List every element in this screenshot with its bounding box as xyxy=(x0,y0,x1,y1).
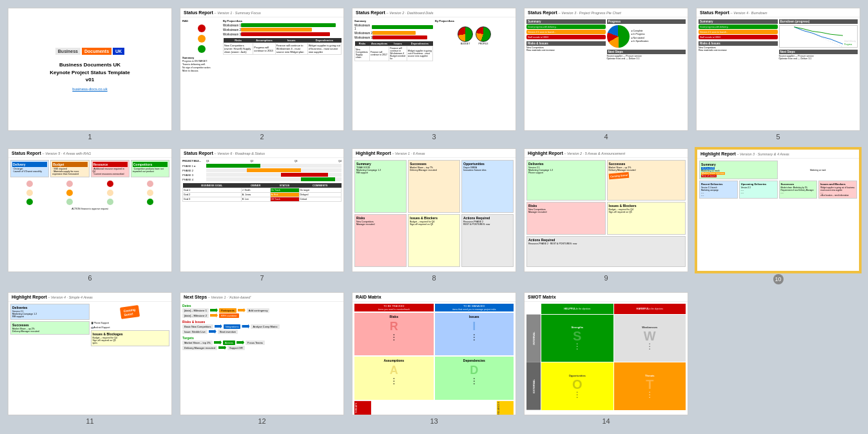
slide-wrapper-4: Status Report – Version 3 · Project Prog… xyxy=(524,8,688,141)
dial-1 xyxy=(458,26,473,42)
slide-number-8: 8 xyxy=(432,274,436,282)
traffic-2 xyxy=(50,180,89,206)
slide-wrapper-5: Status Report – Version 4 · Burndown Sum… xyxy=(696,8,860,141)
slide-6-header: Status Report – Version 5 · 4 Areas with… xyxy=(8,149,171,158)
s9-risks: Risks New CompetitorsManager recruited xyxy=(526,202,606,235)
s4-nextsteps-title: Next Steps xyxy=(607,50,686,54)
slide-8[interactable]: Highlight Report – Version 1 · 6 Areas S… xyxy=(352,148,516,271)
s12-dates: Dates [date] – Milestone 1 Participants … xyxy=(182,304,342,318)
slide-13[interactable]: RAID Matrix TO BE TRACKEDitems you need … xyxy=(352,292,516,415)
slide-5-header: Status Report – Version 4 · Burndown xyxy=(697,8,860,17)
by-project-area-label: By Project Area xyxy=(223,19,342,23)
dial-2 xyxy=(476,26,491,42)
bar-3: Workstream 3 xyxy=(223,32,342,36)
s4-summary-title: Summary xyxy=(526,19,606,24)
slide-wrapper-14: SWOT Matrix HELPFULfor the objectives HA… xyxy=(524,292,688,425)
competitors-col: Competitors· Competitor products have no… xyxy=(131,160,169,177)
slide-11[interactable]: Highlight Report – Version 4 · Simple 4 … xyxy=(8,292,172,415)
s8-opportunities: Opportunities Gap in EMEAInnovative feat… xyxy=(461,160,514,213)
slide-wrapper-13: RAID Matrix TO BE TRACKEDitems you need … xyxy=(352,292,516,425)
slide-6[interactable]: Status Report – Version 5 · 4 Areas with… xyxy=(8,148,172,271)
slide-4[interactable]: Status Report – Version 3 · Project Prog… xyxy=(524,8,688,131)
slide-number-4: 4 xyxy=(604,133,608,141)
swot-opportunities: Opportunities O ●●● xyxy=(541,362,613,410)
swot-strengths: Strengths S ●●● xyxy=(541,315,613,362)
s7-gantt: PROJECT MILE... Q1Q2Q3Q4 PHASE 1 ● PHASE… xyxy=(180,158,343,268)
s8-successes: Successes Market Share – top 7%Delivery … xyxy=(408,160,460,213)
slide-number-14: 14 xyxy=(602,417,610,425)
s9-actions: Actions Required Resource-PHASE 2 · REST… xyxy=(526,236,686,266)
s9-deliveries: Deliveries Version 2.1Marketing Campaign… xyxy=(526,160,606,200)
rag-red xyxy=(198,25,206,32)
s10-note: Marketing on track xyxy=(779,161,858,179)
s2-table: RisksAssumptionsIssuesDependencies New C… xyxy=(223,38,342,55)
delivery-col: Delivery· On target· Launch of V3 went s… xyxy=(10,160,49,177)
slide-11-header: Highlight Report – Version 4 · Simple 4 … xyxy=(8,293,171,302)
slide-3-header: Status Report – Version 2 · Dashboard Di… xyxy=(352,8,516,17)
s11-android: 🤖 Android Support xyxy=(91,326,110,329)
s9-successes: Successes Market Share – up 2%Delivery M… xyxy=(607,160,686,200)
swot-weaknesses: Weaknesses W ●●● xyxy=(614,315,686,362)
slide-3[interactable]: Status Report – Version 2 · Dashboard Di… xyxy=(352,8,516,131)
s11-successes: Successes Market Share – up 2%Delivery M… xyxy=(10,321,90,335)
resource-col: Resource· Additional resource required i… xyxy=(91,160,130,177)
logo-docs: Documents xyxy=(82,48,111,55)
slide-14[interactable]: SWOT Matrix HELPFULfor the objectives HA… xyxy=(524,292,688,415)
s10-areas: Recent Deliveries Version 3.1 launchMark… xyxy=(699,181,857,199)
slide-1[interactable]: Business Documents UK Business Documents… xyxy=(8,8,172,131)
traffic-4 xyxy=(131,180,169,206)
slide-2[interactable]: Status Report – Version 1 · Summary Focu… xyxy=(180,8,344,131)
traffic-3 xyxy=(91,180,130,206)
bar-1: Workstream 1 xyxy=(223,23,342,27)
slide-wrapper-6: Status Report – Version 5 · 4 Areas with… xyxy=(8,148,172,284)
logo-business: Business xyxy=(55,48,81,55)
slide-9[interactable]: Highlight Report – Version 2 · 5 Areas &… xyxy=(524,148,688,271)
slide-7[interactable]: Status Report – Version 6 · Roadmap & St… xyxy=(180,148,344,271)
slide-7-header: Status Report – Version 6 · Roadmap & St… xyxy=(180,149,343,158)
s12-risks: Risks & Issues Basic New Competitors Int… xyxy=(182,320,342,334)
s8-summary: Summary TEAM GOODMarketing Campaign 1.2R… xyxy=(354,160,407,213)
s5-burndown-title: Burndown (progress) xyxy=(779,19,858,24)
s3-rag-table: RisksAssumptionsIssuesDependencies New C… xyxy=(354,41,433,61)
slide-12[interactable]: Next Steps – Version 1 · 'Action-based' … xyxy=(180,292,344,415)
slide-number-6: 6 xyxy=(88,274,92,282)
rag-label: RAG xyxy=(182,19,221,23)
swot-threats: Threats T ●●● xyxy=(614,362,686,410)
slide-number-9: 9 xyxy=(604,274,608,282)
pie-chart xyxy=(607,25,630,48)
slide-8-header: Highlight Report – Version 1 · 6 Areas xyxy=(352,149,516,158)
swot-external-label: EXTERNAL xyxy=(526,362,541,410)
burndown-chart: Ideal Velocity Progress xyxy=(779,25,858,48)
s11-phone: 📱 Phone Support xyxy=(91,322,109,324)
slide-wrapper-11: Highlight Report – Version 4 · Simple 4 … xyxy=(8,292,172,425)
s11-badge: ComingSoon! xyxy=(120,305,140,319)
svg-line-0 xyxy=(794,26,842,47)
raid-r-letter: R xyxy=(390,320,398,333)
s8-risks: Risks New CompetitorsManager recruited xyxy=(354,214,407,267)
s11-deliveries: Deliveries Version 2.1Marketing Campaign… xyxy=(10,304,90,320)
swot-corner xyxy=(526,304,541,314)
cover-title: Business Documents UK Keynote Project St… xyxy=(50,61,130,83)
slide-5[interactable]: Status Report – Version 4 · Burndown Sum… xyxy=(696,8,860,131)
slide-wrapper-1: Business Documents UK Business Documents… xyxy=(8,8,172,141)
traffic-lights xyxy=(182,24,221,54)
s4-progress-title: Progress xyxy=(607,19,686,24)
s13-tracking-label: TO BE TRACKEDitems you need to monitor/t… xyxy=(354,304,514,311)
slide-number-3: 3 xyxy=(432,133,436,141)
slide-number-2: 2 xyxy=(260,133,264,141)
swot-internal-label: INTERNAL xyxy=(526,315,541,362)
slide-number-11: 11 xyxy=(86,417,93,425)
slide-10[interactable]: Highlight Report – Version 3 · Summary &… xyxy=(696,148,860,271)
slide-wrapper-9: Highlight Report – Version 2 · 5 Areas &… xyxy=(524,148,688,284)
s3-dials-label: By Project Area xyxy=(435,19,514,23)
raid-grid: Risks R ●●● Issues I ●●● Assumptions A ●… xyxy=(354,313,514,400)
slide-wrapper-2: Status Report – Version 1 · Summary Focu… xyxy=(180,8,344,141)
swot-helpful-header: HELPFULfor the objectives xyxy=(541,304,613,314)
slide-number-5: 5 xyxy=(776,133,780,141)
s8-issues: Issues & Blockers Budget – required for … xyxy=(408,214,460,267)
s4-risks-title: Risks & Issues xyxy=(526,41,606,46)
slide-number-13: 13 xyxy=(430,417,438,425)
bar-2: Workstream 2 xyxy=(223,28,342,32)
slide-grid: Business Documents UK Business Documents… xyxy=(8,8,860,425)
cover-link: business-docs.co.uk xyxy=(72,87,107,91)
